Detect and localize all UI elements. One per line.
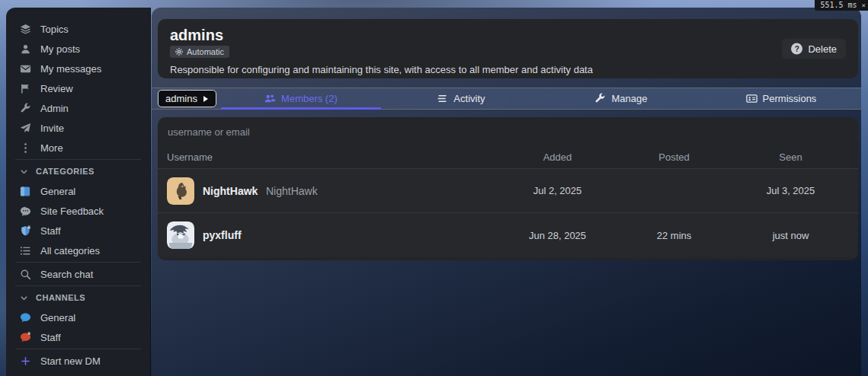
question-circle-icon[interactable]: ? — [791, 43, 802, 55]
sidebar-channel-general[interactable]: General — [6, 307, 150, 327]
user-icon — [20, 43, 31, 55]
tab-label: Manage — [611, 93, 647, 104]
group-tabbar: admins Members (2) Activity Manage Permi… — [152, 88, 861, 110]
main-region: admins Automatic Responsible for configu… — [152, 8, 861, 376]
tab-permissions[interactable]: Permissions — [701, 88, 861, 109]
sidebar-item-label: Staff — [40, 225, 61, 237]
sidebar-category-all[interactable]: All categories — [6, 241, 150, 260]
group-description: Responsible for configuring and maintain… — [170, 64, 846, 75]
table-row[interactable]: NightHawk NightHawk Jul 2, 2025 Jul 3, 2… — [158, 169, 858, 213]
sidebar-section-channels[interactable]: Channels — [6, 288, 150, 307]
sidebar-item-label: Search chat — [40, 269, 93, 280]
stream-icon — [437, 93, 448, 104]
chevron-down-icon — [20, 167, 28, 176]
column-seen: Seen — [732, 151, 849, 163]
tab-label: Activity — [453, 93, 485, 104]
members-card: Username Added Posted Seen NightHawk Nig… — [158, 117, 858, 260]
search-icon — [20, 269, 31, 280]
tab-activity[interactable]: Activity — [381, 88, 541, 109]
tabs: Members (2) Activity Manage Permissions — [221, 88, 861, 109]
delete-button[interactable]: ? Delete — [782, 39, 846, 59]
section-header-label: Categories — [36, 167, 94, 176]
sidebar-item-start-new-dm[interactable]: Start new DM — [6, 351, 150, 371]
wrench-icon — [594, 93, 606, 104]
paper-plane-icon — [20, 123, 31, 134]
chat-bubble-icon — [20, 312, 31, 323]
sidebar-item-label: General — [40, 186, 75, 197]
sidebar-divider — [15, 285, 141, 286]
sidebar-item-my-messages[interactable]: My messages — [6, 59, 150, 78]
ellipsis-icon — [20, 142, 31, 154]
sidebar-item-label: More — [40, 142, 63, 154]
sidebar-item-label: Site Feedback — [40, 206, 104, 217]
sidebar-item-label: Admin — [40, 103, 69, 114]
sidebar-item-invite[interactable]: Invite — [6, 118, 150, 138]
member-username[interactable]: pyxfluff — [203, 229, 242, 241]
sidebar-item-review[interactable]: Review — [6, 78, 150, 98]
sidebar-item-label: Review — [40, 83, 73, 94]
sidebar-channel-staff[interactable]: Staff — [6, 327, 150, 347]
sidebar-category-staff[interactable]: Staff — [6, 221, 150, 241]
wrench-icon — [20, 103, 31, 114]
column-added: Added — [499, 151, 616, 163]
sidebar-item-label: Invite — [40, 123, 64, 134]
sidebar-divider — [15, 262, 141, 263]
gear-icon — [175, 48, 183, 56]
id-card-icon — [746, 93, 757, 104]
cell-seen: just now — [732, 230, 849, 241]
shield-lock-icon — [20, 225, 31, 237]
page-title: admins — [170, 27, 846, 43]
cell-added: Jun 28, 2025 — [499, 230, 616, 241]
sidebar-section-categories[interactable]: Categories — [6, 161, 150, 181]
tab-label: Members (2) — [281, 93, 338, 104]
column-username: Username — [167, 151, 499, 163]
list-icon — [20, 245, 31, 257]
group-dropdown[interactable]: admins — [158, 90, 216, 107]
delete-button-label: Delete — [808, 43, 837, 55]
category-box-icon — [20, 186, 31, 197]
sidebar-item-label: All categories — [40, 245, 100, 257]
sidebar-divider — [15, 349, 141, 349]
sidebar-category-site-feedback[interactable]: Site Feedback — [6, 201, 150, 221]
users-icon — [264, 93, 276, 104]
sidebar-item-label: My messages — [40, 63, 101, 75]
member-username[interactable]: NightHawk — [203, 185, 258, 197]
tab-members[interactable]: Members (2) — [221, 88, 381, 109]
column-posted: Posted — [616, 151, 732, 163]
tab-label: Permissions — [763, 93, 817, 104]
table-row[interactable]: pyxfluff Jun 28, 2025 22 mins just now — [158, 213, 858, 257]
sidebar-item-admin[interactable]: Admin — [6, 98, 150, 118]
flag-icon — [20, 83, 31, 94]
automatic-badge: Automatic — [170, 46, 229, 58]
sidebar-item-label: Staff — [40, 332, 61, 343]
group-dropdown-label: admins — [165, 93, 197, 104]
member-fullname: NightHawk — [266, 185, 318, 197]
sidebar-item-label: Start new DM — [40, 355, 101, 367]
profiler-badge[interactable]: 551.5 ms × — [815, 0, 868, 11]
cell-posted: 22 mins — [616, 230, 732, 241]
section-header-label: Channels — [36, 293, 85, 302]
member-names: pyxfluff — [203, 229, 247, 241]
sidebar-item-my-posts[interactable]: My posts — [6, 39, 150, 59]
member-search-input[interactable] — [158, 117, 858, 146]
member-names: NightHawk NightHawk — [203, 185, 318, 197]
profiler-close-icon[interactable]: × — [862, 2, 866, 9]
tab-manage[interactable]: Manage — [541, 88, 701, 109]
sidebar-item-topics[interactable]: Topics — [6, 19, 150, 39]
chevron-down-icon — [20, 294, 28, 302]
member-cell: pyxfluff — [167, 221, 499, 249]
sidebar: Topics My posts My messages Review Admin… — [6, 8, 151, 376]
sidebar-item-label: General — [40, 312, 75, 323]
sidebar-category-general[interactable]: General — [6, 181, 150, 201]
cell-seen: Jul 3, 2025 — [732, 185, 849, 196]
sidebar-divider — [15, 159, 141, 160]
avatar[interactable] — [167, 177, 194, 205]
group-header-card: admins Automatic Responsible for configu… — [158, 19, 858, 78]
sidebar-item-label: My posts — [40, 43, 80, 55]
sidebar-item-more[interactable]: More — [6, 138, 150, 158]
chat-bubble-lock-icon — [20, 332, 31, 343]
comment-dots-icon — [20, 206, 31, 217]
members-table-header: Username Added Posted Seen — [158, 146, 858, 169]
avatar[interactable] — [167, 221, 194, 249]
sidebar-item-search-chat[interactable]: Search chat — [6, 264, 150, 284]
